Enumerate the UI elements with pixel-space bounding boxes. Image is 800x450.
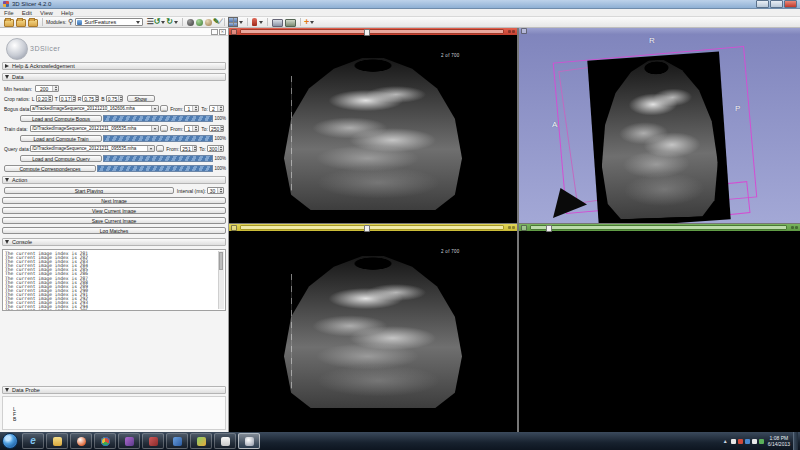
chevron-down-icon[interactable] (310, 21, 314, 24)
slice-menu-icon[interactable] (508, 30, 511, 33)
pushpin-icon[interactable] (231, 29, 237, 35)
taskbar-clock[interactable]: 1:08 PM 6/14/2013 (768, 435, 790, 447)
taskbar-app-explorer-icon[interactable] (46, 433, 68, 449)
slider-handle[interactable] (546, 225, 552, 232)
crosshair-icon[interactable]: + (304, 18, 309, 26)
pushpin-icon[interactable] (521, 28, 527, 34)
spinner-arrows-icon[interactable] (118, 96, 121, 101)
min-hessian-spinbox[interactable]: 200 (35, 85, 59, 92)
help-section-header[interactable]: Help & Acknowledgement (2, 62, 226, 70)
menu-edit[interactable]: Edit (22, 10, 32, 16)
taskbar-app-chrome-icon[interactable] (94, 433, 116, 449)
action-section-header[interactable]: Action (2, 176, 226, 184)
load-compute-train-button[interactable]: Load and Compute Train (20, 135, 102, 142)
menu-file[interactable]: File (4, 10, 14, 16)
module-search-icon[interactable]: ⚲ (68, 18, 73, 26)
pushpin-icon[interactable] (231, 225, 237, 231)
next-image-button[interactable]: Next Image (2, 197, 226, 204)
crop-r-spinbox[interactable]: 0.75 (82, 95, 99, 102)
interval-spinbox[interactable]: 30 (207, 187, 224, 194)
show-desktop-button[interactable] (793, 432, 798, 450)
train-browse-button[interactable]: ... (160, 125, 168, 132)
tray-network-icon[interactable] (745, 439, 750, 444)
slider-handle[interactable] (364, 225, 370, 232)
train-to-spinbox[interactable]: 250 (209, 125, 224, 132)
chevron-down-icon[interactable] (151, 106, 158, 111)
console-scrollbar[interactable] (218, 251, 224, 309)
spinner-arrows-icon[interactable] (48, 96, 51, 101)
layout-selector-icon[interactable] (228, 17, 238, 27)
taskbar-app-icon[interactable] (118, 433, 140, 449)
bogus-browse-button[interactable]: ... (160, 105, 168, 112)
module-back-icon[interactable]: ↺ (154, 18, 161, 26)
data-section-header[interactable]: Data (2, 73, 226, 81)
tray-alert-icon[interactable] (738, 439, 743, 444)
crop-l-spinbox[interactable]: 0.20 (36, 95, 53, 102)
train-from-spinbox[interactable]: 1 (184, 125, 199, 132)
slice-link-icon[interactable] (512, 226, 515, 229)
train-data-combo[interactable]: /D/TrackedImageSequence_20121211_095535.… (30, 125, 159, 132)
log-matches-button[interactable]: Log Matches (2, 227, 226, 234)
menu-view[interactable]: View (40, 10, 53, 16)
chevron-down-icon[interactable] (239, 21, 243, 24)
show-button[interactable]: Show (127, 95, 155, 102)
taskbar-app-icon[interactable] (166, 433, 188, 449)
red-slice-view[interactable]: 2 of 700 (229, 28, 517, 223)
taskbar-app-slicer-icon[interactable] (238, 433, 260, 449)
mouse-mode-icon[interactable] (252, 18, 257, 26)
module-selector[interactable]: SurfFeatures (75, 18, 143, 26)
bogus-data-combo[interactable]: a/TrackedImageSequence_20121210_162606.m… (30, 105, 159, 112)
module-forward-icon[interactable]: ↻ (166, 18, 173, 26)
load-dicom-icon[interactable] (16, 19, 26, 27)
spinner-arrows-icon[interactable] (192, 106, 198, 111)
chevron-down-icon[interactable] (147, 146, 154, 151)
save-current-image-button[interactable]: Save Current Image (2, 217, 226, 224)
slice-link-icon[interactable] (512, 30, 515, 33)
yellow-slice-view[interactable]: 2 of 700 (229, 224, 517, 432)
load-compute-bogus-button[interactable]: Load and Compute Bogus (20, 115, 102, 122)
chevron-down-icon[interactable] (259, 21, 263, 24)
slice-menu-icon[interactable] (508, 226, 511, 229)
close-button[interactable] (784, 0, 797, 8)
chevron-down-icon[interactable] (174, 21, 178, 24)
taskbar-app-icon[interactable] (190, 433, 212, 449)
bogus-to-spinbox[interactable]: 2 (209, 105, 224, 112)
slice-menu-icon[interactable] (791, 226, 794, 229)
green-slice-slider[interactable] (530, 225, 787, 230)
screenshot-icon[interactable] (272, 19, 283, 27)
editor-icon[interactable]: ✎ (213, 18, 220, 26)
spinner-arrows-icon[interactable] (217, 106, 223, 111)
bogus-from-spinbox[interactable]: 1 (184, 105, 199, 112)
taskbar-app-icon[interactable] (214, 433, 236, 449)
start-playing-button[interactable]: Start Playing (4, 187, 174, 194)
spinner-arrows-icon[interactable] (220, 126, 223, 131)
crop-b-spinbox[interactable]: 0.75 (106, 95, 123, 102)
load-compute-query-button[interactable]: Load and Compute Query (20, 155, 102, 162)
console-section-header[interactable]: Console (2, 238, 226, 246)
taskbar-app-icon[interactable] (142, 433, 164, 449)
tray-volume-icon[interactable] (752, 439, 757, 444)
threed-view[interactable]: R A P L (519, 28, 800, 223)
volumes-module-icon[interactable] (196, 19, 203, 26)
slider-handle[interactable] (364, 29, 370, 36)
menu-help[interactable]: Help (61, 10, 73, 16)
data-module-icon[interactable] (187, 19, 194, 26)
compute-correspondences-button[interactable]: Compute Correspondences (4, 165, 96, 172)
tray-flag-icon[interactable] (731, 439, 736, 444)
query-browse-button[interactable]: ... (156, 145, 164, 152)
spinner-arrows-icon[interactable] (218, 146, 223, 151)
scene-views-icon[interactable] (285, 19, 296, 27)
module-history-icon[interactable]: ☰ (146, 18, 153, 26)
taskbar-app-icon[interactable] (70, 433, 92, 449)
tray-safely-remove-icon[interactable] (759, 439, 764, 444)
save-icon[interactable] (28, 19, 38, 27)
red-slice-slider[interactable] (240, 29, 504, 34)
query-data-combo[interactable]: /D/TrackedImageSequence_20121211_095535.… (30, 145, 155, 152)
spinner-arrows-icon[interactable] (71, 96, 74, 101)
spinner-arrows-icon[interactable] (217, 188, 223, 193)
view-current-image-button[interactable]: View Current Image (2, 207, 226, 214)
load-data-icon[interactable] (4, 19, 14, 27)
chevron-down-icon[interactable] (161, 21, 165, 24)
slice-link-icon[interactable] (795, 226, 798, 229)
console-output[interactable]: The current image index is 281 The curre… (2, 249, 226, 311)
